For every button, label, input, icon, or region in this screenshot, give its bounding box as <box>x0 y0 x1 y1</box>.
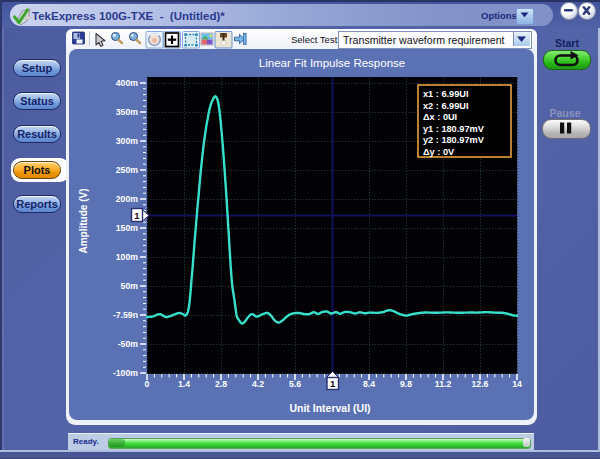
svg-text:350m: 350m <box>116 107 138 117</box>
svg-text:1.4: 1.4 <box>178 379 190 389</box>
svg-text:9.8: 9.8 <box>400 379 412 389</box>
svg-text:4.2: 4.2 <box>252 379 264 389</box>
svg-text:100m: 100m <box>116 252 138 262</box>
svg-text:50m: 50m <box>121 281 139 291</box>
svg-text:Linear Fit Impulse Response: Linear Fit Impulse Response <box>259 57 405 69</box>
svg-text:1: 1 <box>330 378 336 389</box>
svg-text:Δy : 0V: Δy : 0V <box>423 147 455 157</box>
svg-text:-50m: -50m <box>118 339 139 349</box>
svg-text:5.6: 5.6 <box>289 379 301 389</box>
svg-text:12.6: 12.6 <box>472 379 489 389</box>
svg-text:400m: 400m <box>116 78 138 88</box>
svg-text:Δx : 0UI: Δx : 0UI <box>423 112 457 122</box>
svg-text:Unit Interval (UI): Unit Interval (UI) <box>289 402 370 414</box>
svg-text:250m: 250m <box>116 165 138 175</box>
svg-text:200m: 200m <box>116 194 138 204</box>
svg-text:y2 : 180.97mV: y2 : 180.97mV <box>423 135 485 145</box>
svg-text:300m: 300m <box>116 136 138 146</box>
svg-text:x1 : 6.99UI: x1 : 6.99UI <box>423 89 468 99</box>
svg-text:y1 : 180.97mV: y1 : 180.97mV <box>423 124 485 134</box>
svg-text:Amplitude (V): Amplitude (V) <box>78 189 89 254</box>
svg-text:8.4: 8.4 <box>363 379 375 389</box>
svg-text:150m: 150m <box>116 223 138 233</box>
svg-text:x2 : 6.99UI: x2 : 6.99UI <box>423 101 468 111</box>
svg-text:2.8: 2.8 <box>215 379 227 389</box>
svg-text:11.2: 11.2 <box>435 379 452 389</box>
svg-text:1: 1 <box>134 210 140 221</box>
svg-text:0: 0 <box>145 379 150 389</box>
svg-text:-100m: -100m <box>113 368 138 378</box>
svg-text:-7.59n: -7.59n <box>113 310 138 320</box>
svg-text:14: 14 <box>512 379 522 389</box>
